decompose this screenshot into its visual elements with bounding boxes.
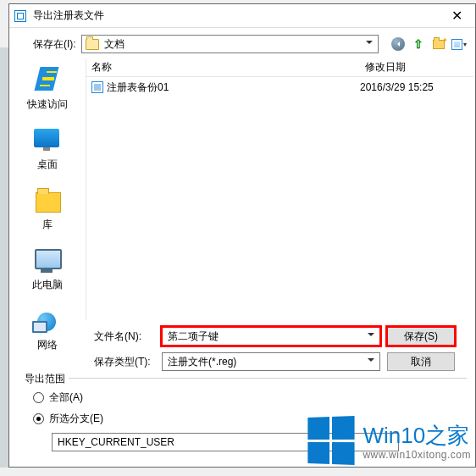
watermark-url: www.win10xitong.com <box>363 449 471 461</box>
nav-view-button[interactable]: ▾ <box>451 36 467 52</box>
column-header-name[interactable]: 名称 <box>86 60 365 75</box>
sidebar-item-quick-access[interactable]: 快速访问 <box>14 67 81 112</box>
nav-back-button[interactable] <box>390 36 406 52</box>
cancel-button-label: 取消 <box>411 355 431 369</box>
file-name: 注册表备份01 <box>107 80 169 95</box>
new-folder-icon <box>433 40 445 49</box>
export-registry-dialog: 导出注册表文件 ✕ 保存在(I): 文档 ⇧ ▾ 快速访问 桌面 <box>8 3 476 468</box>
watermark-brand: Win10 <box>363 423 425 449</box>
save-fields: 文件名(N): 第二项子键 保存(S) 保存类型(T): 注册文件(*.reg)… <box>9 320 475 376</box>
desktop-icon <box>32 127 63 154</box>
save-in-combo[interactable]: 文档 <box>81 35 379 53</box>
filetype-value: 注册文件(*.reg) <box>168 355 236 369</box>
titlebar: 导出注册表文件 ✕ <box>9 4 475 28</box>
save-button-label: 保存(S) <box>404 329 438 344</box>
radio-all[interactable]: 全部(A) <box>33 390 458 405</box>
regfile-icon <box>91 81 103 93</box>
sidebar-item-libraries[interactable]: 库 <box>14 187 81 232</box>
branch-path-value: HKEY_CURRENT_USER <box>58 436 174 448</box>
network-icon <box>32 307 63 335</box>
filetype-label: 保存类型(T): <box>94 355 155 369</box>
close-icon: ✕ <box>451 8 462 24</box>
file-list[interactable]: 注册表备份01 2016/3/29 15:25 <box>86 77 473 320</box>
filename-value: 第二项子键 <box>168 329 219 344</box>
up-level-icon: ⇧ <box>413 37 423 51</box>
back-icon <box>391 37 405 51</box>
watermark: Win10 之家 www.win10xitong.com <box>307 417 471 464</box>
radio-icon <box>33 413 44 424</box>
save-in-value: 文档 <box>104 37 125 52</box>
cancel-button[interactable]: 取消 <box>387 352 455 371</box>
sidebar-item-label: 库 <box>42 218 53 232</box>
sidebar-item-label: 桌面 <box>37 158 58 172</box>
places-sidebar: 快速访问 桌面 库 此电脑 网络 <box>9 58 86 320</box>
nav-up-button[interactable]: ⇧ <box>411 36 426 52</box>
watermark-zh: 之家 <box>425 421 469 451</box>
list-item[interactable]: 注册表备份01 2016/3/29 15:25 <box>86 79 473 96</box>
radio-all-label: 全部(A) <box>49 390 83 405</box>
sidebar-item-label: 快速访问 <box>27 97 68 112</box>
filename-input[interactable]: 第二项子键 <box>162 327 380 346</box>
file-date: 2016/3/29 15:25 <box>360 81 468 93</box>
save-button[interactable]: 保存(S) <box>387 327 455 346</box>
radio-icon <box>33 392 44 403</box>
folder-icon <box>86 39 99 50</box>
column-headers: 名称 修改日期 <box>86 58 473 77</box>
windows-logo-icon <box>308 416 355 465</box>
sidebar-item-label: 此电脑 <box>32 278 63 292</box>
save-in-row: 保存在(I): 文档 ⇧ ▾ <box>9 28 475 58</box>
quick-access-icon <box>32 67 63 94</box>
close-button[interactable]: ✕ <box>438 4 475 28</box>
filename-label: 文件名(N): <box>94 329 155 344</box>
export-scope-title: 导出范围 <box>21 372 69 386</box>
this-pc-icon <box>32 247 63 274</box>
sidebar-item-this-pc[interactable]: 此电脑 <box>14 247 81 292</box>
libraries-icon <box>32 187 63 214</box>
save-in-label: 保存在(I): <box>33 37 76 52</box>
main-area: 快速访问 桌面 库 此电脑 网络 名称 修改日期 <box>9 58 475 320</box>
regedit-icon <box>13 8 28 24</box>
chevron-down-icon: ▾ <box>463 41 467 48</box>
sidebar-item-desktop[interactable]: 桌面 <box>14 127 81 172</box>
dialog-title: 导出注册表文件 <box>33 8 438 23</box>
column-header-date[interactable]: 修改日期 <box>365 60 473 75</box>
view-icon <box>451 39 462 50</box>
file-list-area: 名称 修改日期 注册表备份01 2016/3/29 15:25 <box>86 58 475 320</box>
filetype-combo[interactable]: 注册文件(*.reg) <box>162 352 380 371</box>
radio-branch-label: 所选分支(E) <box>49 412 103 426</box>
nav-new-folder-button[interactable] <box>431 36 446 52</box>
